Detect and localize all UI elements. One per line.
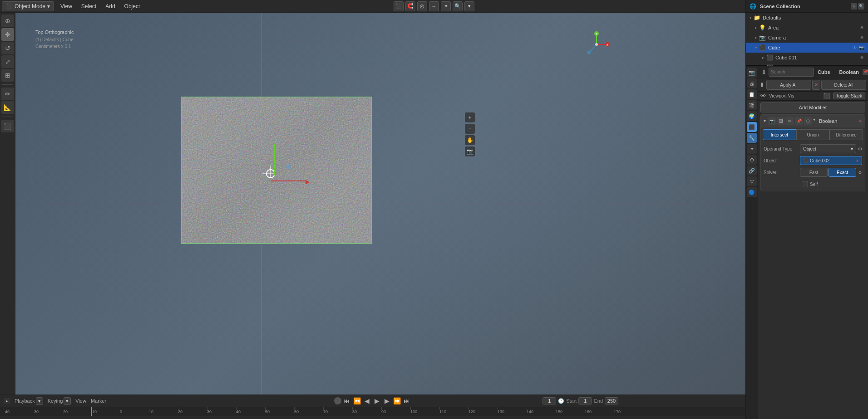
render-vis-icon[interactable]: 📷 — [859, 45, 864, 50]
visibility-icon4[interactable]: 👁 — [860, 55, 864, 60]
ruler-tick — [265, 407, 266, 410]
ruler-mark-160: 160 — [585, 409, 592, 414]
operand-type-dropdown[interactable]: Object ▾ — [800, 144, 856, 153]
snap-icon[interactable]: 🧲 — [405, 1, 415, 11]
visibility-icon[interactable]: 👁 — [860, 25, 864, 30]
object-menu[interactable]: Object — [120, 1, 145, 11]
output-props-icon[interactable]: 🖨 — [747, 78, 757, 88]
add-menu[interactable]: Add — [101, 1, 119, 11]
outliner-item-cube001[interactable]: ▸ ⬛ Cube.001 👁 — [746, 53, 868, 63]
annotate-tool[interactable]: ✏ — [1, 88, 14, 100]
next-key-btn[interactable]: ▶ — [382, 396, 391, 405]
material-props-icon[interactable]: 🔵 — [747, 187, 757, 197]
record-btn[interactable] — [334, 397, 341, 404]
transform-icon[interactable]: ↔ — [429, 1, 439, 11]
object-mode-dropdown[interactable]: ⬛ Object Mode ▾ — [2, 1, 54, 11]
start-frame-input[interactable]: 1 — [578, 397, 592, 404]
bool-expand-icon[interactable]: ⬡ — [804, 117, 812, 125]
modifier-search-input[interactable] — [769, 68, 814, 77]
expand-icon[interactable]: ▾ — [464, 1, 474, 11]
apply-all-button[interactable]: Apply All — [766, 80, 811, 90]
add-modifier-button[interactable]: Add Modifier — [760, 102, 865, 112]
operand-settings-icon[interactable]: ⚙ — [858, 146, 862, 151]
fast-solver-btn[interactable]: Fast — [800, 168, 828, 177]
view-layer-props-icon[interactable]: 📋 — [747, 89, 757, 99]
cursor-tool[interactable]: ⊕ — [1, 15, 14, 27]
jump-end-btn[interactable]: ⏭ — [402, 396, 411, 405]
pin-icon[interactable]: 📌 — [863, 69, 868, 75]
intersect-button[interactable]: Intersect — [763, 129, 796, 140]
particles-props-icon[interactable]: ✦ — [747, 144, 757, 154]
outliner-search-icon[interactable]: 🔍 — [858, 3, 864, 10]
bool-render-icon[interactable]: 🖼 — [777, 117, 785, 125]
transform-tool[interactable]: ⊞ — [1, 69, 14, 82]
prev-frame-btn[interactable]: ⏪ — [352, 396, 361, 405]
self-checkbox[interactable] — [802, 181, 808, 187]
visibility-icon2[interactable]: 👁 — [860, 35, 864, 40]
outliner-title: Scene Collection — [760, 4, 800, 9]
keying-dropdown[interactable]: ▾ — [64, 397, 71, 405]
next-frame-btn[interactable]: ⏩ — [392, 396, 401, 405]
world-props-icon[interactable]: 🌍 — [747, 111, 757, 121]
zoom-out-btn[interactable]: − — [465, 124, 475, 134]
render-props-icon[interactable]: 📷 — [747, 68, 757, 78]
playback-dropdown[interactable]: ▾ — [36, 397, 43, 405]
exact-solver-btn[interactable]: Exact — [829, 168, 856, 177]
union-button[interactable]: Union — [796, 129, 830, 140]
prev-key-btn[interactable]: ◀ — [362, 396, 371, 405]
arrow-icon: ▾ — [750, 15, 752, 20]
object-field-value[interactable]: ⬛ Cube.002 × — [800, 156, 862, 165]
bool-collapse-icon[interactable]: ▾ — [764, 118, 766, 123]
zoom-in-btn[interactable]: + — [465, 112, 475, 122]
bool-pin-icon[interactable]: 📌 — [795, 117, 803, 125]
object-data-props-icon[interactable]: ▽ — [747, 176, 757, 186]
apply-all-close-icon[interactable]: × — [812, 80, 820, 90]
outliner-filter-icon[interactable]: ▽ — [851, 3, 857, 10]
timeline-ruler[interactable]: -40-30-20-100102030405060708090100110120… — [0, 407, 745, 416]
camera-icon: 📷 — [759, 34, 766, 41]
delete-all-button[interactable]: Delete All — [821, 80, 866, 90]
current-frame-display[interactable]: 1 — [542, 397, 556, 404]
scale-tool[interactable]: ⤢ — [1, 55, 14, 68]
object-props-icon[interactable]: ⬛ — [747, 122, 757, 132]
jump-start-btn[interactable]: ⏮ — [342, 396, 351, 405]
rotate-tool[interactable]: ↺ — [1, 42, 14, 54]
scene-mode-btn[interactable]: ▲ — [4, 398, 10, 404]
ruler-mark-100: 100 — [410, 409, 417, 414]
viewport[interactable]: ▶ ▲ Top Orthographic (1) Defaults | Cube… — [15, 13, 745, 395]
bool-edit-icon[interactable]: ✏ — [786, 117, 794, 125]
outliner-item-defaults[interactable]: ▾ 📁 Defaults — [746, 13, 868, 23]
object-clear-icon[interactable]: × — [856, 158, 859, 163]
ruler-tick — [91, 407, 91, 410]
view-menu[interactable]: View — [56, 1, 77, 11]
ruler-tick — [207, 407, 207, 410]
keying-label: Keying — [48, 398, 63, 404]
measure-tool[interactable]: 📐 — [1, 101, 14, 114]
difference-button[interactable]: Difference — [829, 129, 863, 140]
toggle-stack-button[interactable]: Toggle Stack — [833, 93, 865, 99]
pivot-icon[interactable]: ✦ — [441, 1, 451, 11]
proportional-icon[interactable]: ◎ — [417, 1, 427, 11]
search-icon2[interactable]: 🔍 — [453, 1, 463, 11]
scene-props-icon[interactable]: 🎬 — [747, 100, 757, 110]
outliner-item-camera[interactable]: ▸ 📷 Camera 👁 — [746, 33, 868, 43]
camera-view-btn[interactable]: 📷 — [465, 146, 475, 156]
constraints-props-icon[interactable]: 🔗 — [747, 166, 757, 175]
physics-props-icon[interactable]: ⊕ — [747, 155, 757, 165]
modifier-props-icon[interactable]: 🔧 — [747, 133, 757, 143]
active-tool-icon[interactable]: ⬛ — [394, 1, 404, 11]
axis-gizmo[interactable]: Y X — [583, 31, 610, 58]
solver-settings-icon[interactable]: ⚙ — [858, 170, 862, 175]
play-btn[interactable]: ▶ — [372, 396, 381, 405]
bool-realtime-icon[interactable]: 📷 — [768, 117, 776, 125]
move-tool[interactable]: ✥ — [1, 28, 14, 41]
visibility-icon3[interactable]: 👁 — [853, 45, 857, 50]
bool-chevron-icon[interactable]: ▾ — [813, 117, 815, 125]
pan-btn[interactable]: ✋ — [465, 135, 475, 145]
outliner-item-cube[interactable]: ▾ ⬛ Cube 👁 📷 — [746, 43, 868, 53]
boolean-close-btn[interactable]: × — [858, 117, 862, 124]
add-cube-tool[interactable]: ⬛ — [1, 120, 14, 132]
select-menu[interactable]: Select — [77, 1, 101, 11]
outliner-item-area[interactable]: ▸ 💡 Area 👁 — [746, 23, 868, 33]
end-frame-input[interactable]: 250 — [605, 397, 618, 404]
